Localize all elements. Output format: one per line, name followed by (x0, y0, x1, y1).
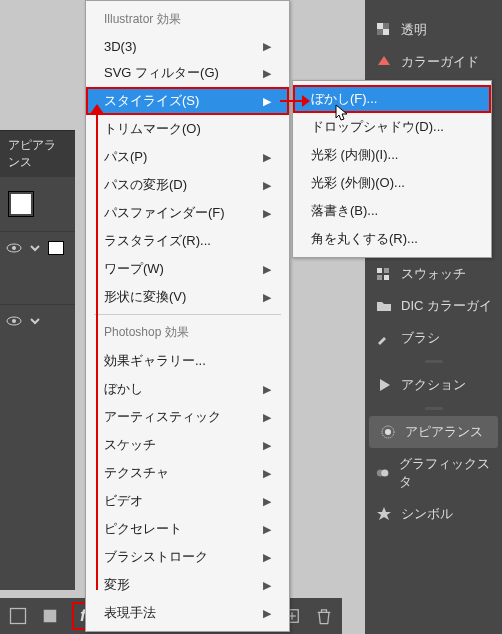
menu-item-artistic[interactable]: アーティスティック▶ (86, 403, 289, 431)
menu-item-3d[interactable]: 3D(3)▶ (86, 34, 289, 59)
tab-symbols[interactable]: シンボル (365, 498, 502, 530)
menu-item-blur[interactable]: ぼかし▶ (86, 375, 289, 403)
play-icon (375, 376, 393, 394)
submenu-arrow-icon: ▶ (263, 523, 271, 536)
stylize-submenu: ぼかし(F)... ドロップシャドウ(D)... 光彩 (内側)(I)... 光… (292, 80, 492, 258)
submenu-arrow-icon: ▶ (263, 179, 271, 192)
submenu-arrow-icon: ▶ (263, 263, 271, 276)
submenu-item-outer-glow[interactable]: 光彩 (外側)(O)... (293, 169, 491, 197)
menu-item-pathfinder[interactable]: パスファインダー(F)▶ (86, 199, 289, 227)
submenu-arrow-icon: ▶ (263, 67, 271, 80)
submenu-arrow-icon: ▶ (263, 151, 271, 164)
visibility-icon[interactable] (6, 240, 22, 256)
new-art-icon[interactable] (8, 606, 28, 626)
svg-rect-3 (377, 29, 383, 35)
submenu-arrow-icon: ▶ (263, 551, 271, 564)
visibility-icon[interactable] (6, 313, 22, 329)
menu-item-trimmarks[interactable]: トリムマーク(O) (86, 115, 289, 143)
appearance-row[interactable] (0, 231, 75, 264)
svg-rect-2 (383, 23, 389, 29)
submenu-arrow-icon: ▶ (263, 439, 271, 452)
svg-rect-5 (384, 268, 389, 273)
annotation-arrowhead (90, 104, 104, 114)
svg-rect-7 (384, 275, 389, 280)
submenu-arrow-icon: ▶ (263, 579, 271, 592)
graphic-style-icon (375, 464, 391, 482)
menu-item-path[interactable]: パス(P)▶ (86, 143, 289, 171)
menu-item-distort[interactable]: パスの変形(D)▶ (86, 171, 289, 199)
tab-transparency[interactable]: 透明 (365, 14, 502, 46)
fill-swatch[interactable] (8, 191, 34, 217)
tab-actions[interactable]: アクション (365, 369, 502, 401)
tab-label: アピアランス (405, 423, 483, 441)
trash-icon[interactable] (314, 606, 334, 626)
menu-header-illustrator: Illustrator 効果 (86, 5, 289, 34)
chevron-down-icon[interactable] (28, 241, 42, 255)
chevron-down-icon[interactable] (28, 314, 42, 328)
tab-color-guide[interactable]: カラーガイド (365, 46, 502, 78)
submenu-arrow-icon: ▶ (263, 411, 271, 424)
appearance-panel: アピアランス (0, 130, 75, 590)
menu-item-warp[interactable]: ワープ(W)▶ (86, 255, 289, 283)
submenu-arrow-icon: ▶ (263, 383, 271, 396)
appearance-icon (379, 423, 397, 441)
tab-graphic-styles[interactable]: グラフィックスタ (365, 448, 502, 498)
submenu-arrow-icon: ▶ (263, 207, 271, 220)
menu-item-stylize-ps[interactable]: 表現手法▶ (86, 599, 289, 627)
menu-item-pixelate[interactable]: ピクセレート▶ (86, 515, 289, 543)
submenu-arrow-icon: ▶ (263, 607, 271, 620)
menu-item-effect-gallery[interactable]: 効果ギャラリー... (86, 347, 289, 375)
annotation-arrow-horizontal (280, 100, 302, 102)
submenu-item-inner-glow[interactable]: 光彩 (内側)(I)... (293, 141, 491, 169)
tab-label: シンボル (401, 505, 453, 523)
submenu-arrow-icon: ▶ (263, 291, 271, 304)
menu-item-convert-shape[interactable]: 形状に変換(V)▶ (86, 283, 289, 311)
effects-menu: Illustrator 効果 3D(3)▶ SVG フィルター(G)▶ スタイラ… (85, 0, 290, 632)
transparency-icon (375, 21, 393, 39)
menu-item-stylize[interactable]: スタイライズ(S)▶ (86, 87, 289, 115)
brush-icon (375, 329, 393, 347)
menu-item-video[interactable]: ビデオ▶ (86, 487, 289, 515)
tab-appearance[interactable]: アピアランス (369, 416, 498, 448)
svg-point-9 (385, 429, 391, 435)
svg-point-13 (12, 246, 16, 250)
tab-label: カラーガイド (401, 53, 479, 71)
submenu-arrow-icon: ▶ (263, 95, 271, 108)
menu-item-transform[interactable]: 変形▶ (86, 571, 289, 599)
menu-item-svg-filter[interactable]: SVG フィルター(G)▶ (86, 59, 289, 87)
svg-rect-0 (377, 23, 383, 29)
swatches-icon (375, 265, 393, 283)
symbol-icon (375, 505, 393, 523)
tab-dic-color[interactable]: DIC カラーガイ (365, 290, 502, 322)
svg-point-11 (381, 469, 388, 476)
tab-swatches[interactable]: スウォッチ (365, 258, 502, 290)
color-wheel-icon (375, 53, 393, 71)
svg-rect-6 (377, 275, 382, 280)
square-icon[interactable] (40, 606, 60, 626)
menu-item-texture[interactable]: テクスチャ▶ (86, 459, 289, 487)
submenu-arrow-icon: ▶ (263, 495, 271, 508)
submenu-item-blur[interactable]: ぼかし(F)... (293, 85, 491, 113)
tab-label: 透明 (401, 21, 427, 39)
submenu-item-round-corners[interactable]: 角を丸くする(R)... (293, 225, 491, 253)
panel-divider (365, 354, 502, 369)
tab-label: ブラシ (401, 329, 440, 347)
tab-brushes[interactable]: ブラシ (365, 322, 502, 354)
menu-item-brush-stroke[interactable]: ブラシストローク▶ (86, 543, 289, 571)
tab-label: アクション (401, 376, 466, 394)
menu-separator (94, 314, 281, 315)
tab-label: グラフィックスタ (399, 455, 492, 491)
submenu-item-drop-shadow[interactable]: ドロップシャドウ(D)... (293, 113, 491, 141)
submenu-arrow-icon: ▶ (263, 40, 271, 53)
panel-divider (365, 401, 502, 416)
svg-rect-16 (11, 609, 26, 624)
menu-header-photoshop: Photoshop 効果 (86, 318, 289, 347)
annotation-arrow-vertical (96, 110, 98, 590)
svg-point-15 (12, 319, 16, 323)
submenu-item-scribble[interactable]: 落書き(B)... (293, 197, 491, 225)
menu-item-sketch[interactable]: スケッチ▶ (86, 431, 289, 459)
stroke-swatch[interactable] (48, 241, 64, 255)
appearance-row[interactable] (0, 304, 75, 337)
menu-item-rasterize[interactable]: ラスタライズ(R)... (86, 227, 289, 255)
submenu-arrow-icon: ▶ (263, 467, 271, 480)
